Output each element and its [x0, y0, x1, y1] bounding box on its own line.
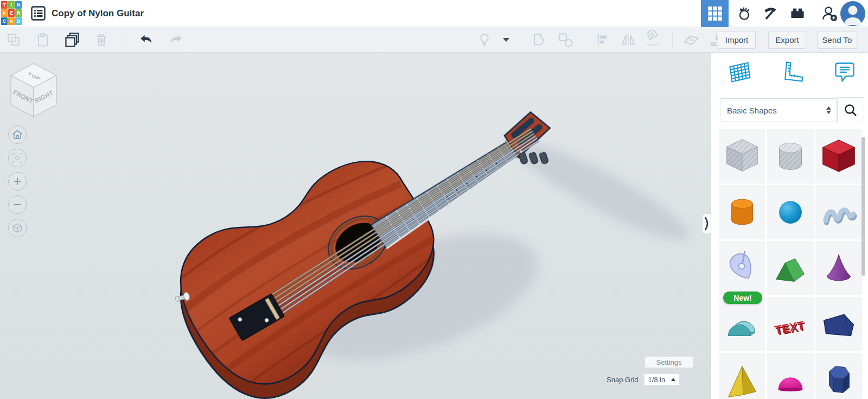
group-icon[interactable]: [531, 30, 549, 49]
search-shapes-button[interactable]: [837, 97, 864, 123]
logo-tile: I: [8, 1, 15, 9]
scene: [0, 53, 711, 399]
tinkercad-app: T I N K E R C A D Copy of Nylon Guitar: [0, 0, 868, 399]
grid-icon: [707, 6, 723, 21]
paste-icon[interactable]: [34, 30, 52, 49]
shape-category-select[interactable]: Basic Shapes: [720, 98, 837, 122]
ruler-helper-icon[interactable]: [781, 59, 805, 85]
header: T I N K E R C A D Copy of Nylon Guitar: [0, 0, 868, 27]
delete-icon[interactable]: [92, 30, 111, 49]
fit-view-button[interactable]: [8, 149, 27, 167]
shape-polygon-hex[interactable]: [815, 353, 862, 399]
avatar-person-icon: [840, 1, 865, 26]
shape-pyramid[interactable]: [719, 353, 765, 399]
3d-viewport[interactable]: TOP FRONT RIGHT Settings: [0, 53, 711, 399]
select-arrows-icon: [826, 106, 831, 114]
shape-half-sphere[interactable]: [767, 353, 814, 399]
shape-sketch[interactable]: [719, 241, 765, 295]
snap-grid-select[interactable]: 1/8 in: [644, 373, 680, 385]
page-title: Copy of Nylon Guitar: [52, 0, 144, 27]
toolbar-divider: [521, 31, 521, 48]
shape-category-value: Basic Shapes: [727, 106, 777, 115]
logo-tile: D: [15, 17, 22, 25]
shape-grid: TEXT TEXT: [719, 129, 862, 399]
panel-scrollbar[interactable]: [861, 137, 865, 276]
lego-brick-icon[interactable]: [786, 2, 809, 26]
shape-cone[interactable]: [815, 241, 862, 295]
export-button[interactable]: Export: [768, 31, 806, 49]
import-button[interactable]: Import: [718, 31, 756, 49]
view-cube[interactable]: TOP FRONT RIGHT: [7, 58, 61, 119]
shape-text[interactable]: TEXT TEXT: [767, 297, 814, 351]
home-view-button[interactable]: [8, 125, 27, 144]
duplicate-icon[interactable]: [63, 30, 81, 49]
snap-grid-control: Snap Grid 1/8 in: [607, 373, 680, 385]
user-avatar[interactable]: [840, 1, 865, 26]
logo-tile: K: [1, 9, 8, 17]
toolbar-divider: [672, 31, 673, 48]
zoom-out-button[interactable]: [8, 195, 27, 214]
toolbar-divider: [584, 31, 584, 48]
text-shape-front: TEXT: [774, 319, 805, 337]
shape-wedge-polygon[interactable]: [815, 297, 862, 351]
shape-scribble[interactable]: [815, 185, 862, 239]
caret-up-icon: [671, 378, 675, 381]
tinkercad-logo[interactable]: T I N K E R C A D: [1, 1, 22, 26]
logo-tile: E: [8, 9, 15, 17]
lightbulb-dropdown-caret[interactable]: [501, 30, 512, 49]
mirror-icon[interactable]: [619, 30, 637, 49]
sim-lab-glove-icon[interactable]: [732, 2, 756, 26]
shape-cylinder-transparent[interactable]: [767, 129, 814, 183]
search-icon: [844, 103, 858, 117]
send-to-button[interactable]: Send To: [817, 31, 857, 49]
show-all-lightbulb-icon[interactable]: [475, 30, 494, 49]
design-menu-icon[interactable]: [31, 6, 46, 21]
logo-tile: C: [1, 17, 8, 25]
transfer-buttons-group: Import Export Send To: [711, 27, 868, 52]
redo-icon[interactable]: [167, 30, 185, 49]
snap-grid-label: Snap Grid: [607, 376, 639, 384]
shape-roof[interactable]: [767, 241, 814, 295]
workplane-helper-icon[interactable]: [727, 59, 751, 85]
shape-sphere[interactable]: [767, 185, 814, 239]
new-badge: New!: [723, 292, 762, 304]
shapes-panel: Basic Shapes: [711, 53, 868, 399]
shape-box[interactable]: [815, 129, 862, 183]
design-grid-active-tab[interactable]: [701, 0, 729, 27]
invite-person-add-icon[interactable]: [818, 2, 841, 26]
snap-grid-value: 1/8 in: [648, 376, 666, 384]
logo-tile: T: [1, 1, 8, 9]
shape-round-roof[interactable]: [719, 297, 765, 351]
edit-actions-group: [4, 27, 185, 52]
object-actions-group: [475, 27, 726, 52]
settings-button[interactable]: Settings: [644, 356, 693, 368]
workplane-icon[interactable]: [682, 30, 700, 49]
undo-icon[interactable]: [137, 30, 156, 49]
toolbar: Import Export Send To: [0, 27, 868, 53]
minecraft-pickaxe-icon[interactable]: [758, 2, 782, 26]
logo-tile: R: [15, 9, 22, 17]
panel-collapse-chevron[interactable]: [702, 213, 711, 234]
zoom-in-button[interactable]: [8, 172, 27, 191]
perspective-toggle-button[interactable]: [8, 219, 27, 237]
magnet-snap-icon[interactable]: [644, 30, 663, 49]
logo-tile: N: [15, 1, 22, 9]
notes-helper-icon[interactable]: [833, 59, 857, 85]
toolbar-divider: [124, 31, 124, 48]
ungroup-icon[interactable]: [556, 30, 575, 49]
align-icon[interactable]: [593, 30, 612, 49]
copy-icon[interactable]: [4, 30, 23, 49]
shape-cylinder[interactable]: [719, 185, 765, 239]
shape-box-transparent[interactable]: [719, 129, 765, 183]
logo-tile: A: [8, 17, 15, 25]
